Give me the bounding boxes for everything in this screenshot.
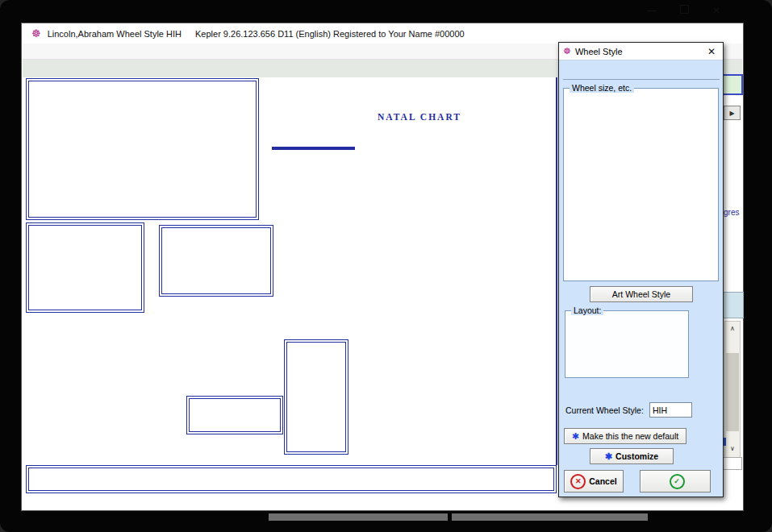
asterisk-icon: ✱: [572, 431, 579, 442]
almuten-table: [284, 339, 348, 455]
art-wheel-style-button[interactable]: Art Wheel Style: [590, 286, 693, 302]
natal-wheel: [316, 136, 563, 383]
aspect-grid: [26, 319, 199, 466]
title-bar: ☸ Lincoln,Abraham Wheel Style HIH Kepler…: [22, 23, 743, 44]
expand-arrow-button[interactable]: ▶: [724, 106, 741, 120]
cancel-button[interactable]: ✕ Cancel: [564, 470, 624, 493]
side-panel-fragment: [722, 292, 744, 318]
scroll-up-arrow[interactable]: ∧: [725, 322, 740, 335]
current-wheel-style-label: Current Wheel Style:: [565, 405, 644, 415]
essential-dignities-table: [26, 78, 259, 220]
progressed-panel-fragment: [720, 74, 743, 95]
cancel-x-icon: ✕: [570, 474, 586, 489]
ok-button[interactable]: ✓: [640, 470, 711, 493]
wheel-size-legend: Wheel size, etc.: [570, 83, 634, 93]
wheel-size-group: Wheel size, etc.: [563, 88, 719, 281]
progressed-label-fragment: gres: [724, 208, 739, 217]
degree-ruler: [342, 414, 561, 461]
minimize-button[interactable]: —: [640, 5, 664, 16]
planetary-sect-table: [26, 222, 144, 313]
scrollbar-thumb[interactable]: [726, 353, 739, 431]
dialog-close-icon[interactable]: ✕: [707, 46, 723, 57]
page-right-border: [556, 77, 557, 465]
ok-check-icon: ✓: [670, 474, 685, 489]
asterisk-icon: ✱: [605, 451, 612, 462]
screenshot-frame: ☸ Lincoln,Abraham Wheel Style HIH Kepler…: [0, 0, 772, 532]
layout-group: Layout:: [565, 310, 689, 378]
window-title: Lincoln,Abraham Wheel Style HIH: [48, 29, 182, 39]
dialog-title: Wheel Style: [575, 47, 623, 56]
tab-divider: [563, 79, 720, 80]
dialog-wheel-icon: ☸: [563, 46, 571, 56]
wheel-style-dialog: ☸ Wheel Style ✕ Wheel size, etc. Art Whe…: [558, 42, 724, 497]
layout-legend: Layout:: [571, 305, 603, 315]
chart-type-label: NATAL CHART: [339, 112, 500, 122]
side-input-fragment: [723, 457, 742, 470]
app-version-title: Kepler 9.26.123.656 D11 (English) Regist…: [195, 29, 465, 39]
customize-button[interactable]: ✱ Customize: [590, 448, 674, 464]
taskbar-fragment: [452, 513, 648, 521]
close-button[interactable]: ✕: [704, 5, 728, 16]
company-footer: [26, 465, 557, 493]
make-default-button[interactable]: ✱ Make this the new default: [564, 428, 686, 444]
taskbar-fragment: [269, 513, 448, 521]
current-wheel-style-input[interactable]: [649, 402, 692, 418]
fixed-stars-table: [159, 225, 273, 297]
maximize-button[interactable]: [672, 5, 696, 16]
app-wheel-icon: ☸: [31, 27, 41, 39]
scroll-down-arrow[interactable]: ∨: [725, 443, 740, 455]
moon-aspects-box: [186, 396, 283, 434]
dialog-title-bar: ☸ Wheel Style ✕: [559, 43, 723, 60]
